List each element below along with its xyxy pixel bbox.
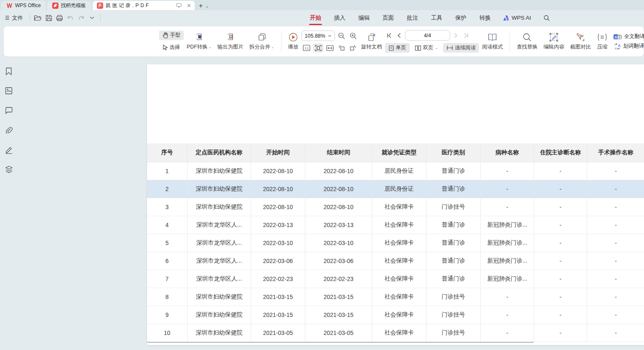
table-row: 5深圳市龙华区人...2022-03-102022-03-10社会保障卡普通门诊…	[147, 234, 644, 252]
close-tab-icon[interactable]: ✕	[187, 3, 191, 9]
compress-button[interactable]: 压缩	[594, 32, 611, 51]
zoom-out-button[interactable]	[337, 31, 347, 40]
next-page-button	[452, 31, 460, 40]
attachment-panel-icon[interactable]	[4, 125, 14, 135]
table-cell: 普通门诊	[426, 270, 481, 288]
menu-insert[interactable]: 插入	[333, 10, 346, 26]
new-tab-button[interactable]: +	[199, 2, 203, 9]
menu-page[interactable]: 页面	[382, 10, 395, 26]
svg-text:W: W	[198, 36, 201, 38]
quick-access-chevron-icon[interactable]	[87, 13, 98, 23]
table-cell: 深圳市妇幼保健院	[188, 180, 251, 198]
table-cell: 深圳市妇幼保健院	[188, 162, 251, 180]
table-cell: -	[481, 198, 534, 216]
tab-document-active[interactable]: P 就医记录.PDF ✕	[93, 1, 195, 10]
menu-tools[interactable]: 工具	[430, 10, 443, 26]
actual-size-button[interactable]: 1:1	[302, 43, 312, 52]
print-button[interactable]	[54, 13, 65, 23]
table-cell: 深圳市妇幼保健院	[188, 306, 251, 324]
table-cell: 社会保障卡	[372, 216, 426, 234]
chevron-down-icon	[328, 35, 332, 37]
table-cell: 门诊挂号	[426, 306, 481, 324]
table-header-row: 序号定点医药机构名称开始时间结束时间就诊凭证类型医疗类别病种名称住院主诊断名称手…	[147, 143, 644, 162]
table-cell: 社会保障卡	[372, 198, 426, 216]
table-cell: 居民身份证	[372, 162, 426, 180]
chevron-down-icon: ⌄	[271, 46, 274, 49]
document-title: 就医记录.PDF	[106, 2, 174, 9]
find-replace-label: 查找替换	[517, 43, 538, 51]
fit-page-button[interactable]	[313, 43, 323, 52]
menu-comment[interactable]: 批注	[406, 10, 419, 26]
table-cell: 普通门诊	[426, 216, 481, 234]
edit-content-button[interactable]: 编辑内容	[540, 32, 567, 51]
table-cell: 普通门诊	[426, 252, 481, 270]
full-text-translate-button[interactable]: A 字 全文翻译	[613, 33, 644, 40]
fit-width-button[interactable]	[325, 43, 335, 52]
full-translate-icon: A 字	[613, 34, 622, 40]
continuous-reading-button[interactable]: 连续阅读	[443, 43, 479, 53]
table-cell: -	[587, 288, 644, 306]
tab-docer[interactable]: 找稻壳模板	[47, 1, 91, 10]
wps-ai-button[interactable]: WPS AI	[503, 15, 531, 21]
table-cell: -	[587, 216, 644, 234]
select-tool-button[interactable]: 选择	[159, 43, 183, 52]
navigation-sidebar	[0, 57, 18, 350]
first-page-button[interactable]	[385, 31, 393, 40]
save-button[interactable]	[43, 13, 54, 23]
svg-text:A: A	[618, 43, 621, 48]
table-cell: 社会保障卡	[372, 252, 426, 270]
double-page-mode-button[interactable]: 双页 ⌄	[411, 43, 442, 53]
bookmark-panel-icon[interactable]	[4, 66, 14, 76]
table-cell: 2022-02-23	[305, 270, 372, 288]
word-translate-button[interactable]: x A 划词翻译 ⌄	[613, 43, 644, 50]
read-mode-button[interactable]: 阅读模式	[479, 32, 506, 51]
menu-protect[interactable]: 保护	[454, 10, 467, 26]
table-cell: -	[534, 198, 587, 216]
previous-page-button[interactable]	[395, 31, 403, 40]
present-screen-icon[interactable]	[176, 3, 182, 8]
single-page-mode-button[interactable]: 单页	[385, 43, 410, 53]
menu-search-icon[interactable]	[543, 15, 550, 21]
tab-list-chevron-icon[interactable]: ⌄	[205, 4, 209, 8]
divider	[510, 31, 510, 52]
export-image-button[interactable]: 输出为图片	[215, 32, 247, 51]
rotate-right-button[interactable]	[348, 43, 358, 52]
file-menu-button[interactable]: ☰ 文件	[0, 14, 27, 22]
signature-panel-icon[interactable]	[4, 145, 14, 155]
export-image-label: 输出为图片	[218, 43, 244, 51]
zoom-level-select[interactable]: 105.88%	[302, 31, 335, 41]
comment-panel-icon[interactable]	[4, 105, 14, 115]
menu-edit[interactable]: 编辑	[357, 10, 370, 26]
hand-tool-label: 手型	[170, 32, 180, 39]
hand-tool-button[interactable]: 手型	[159, 31, 184, 40]
split-merge-button[interactable]: 拆分合并⌄	[246, 32, 277, 51]
table-cell: 新冠肺炎门诊...	[481, 234, 534, 252]
zoom-in-button[interactable]	[348, 31, 358, 40]
open-file-button[interactable]	[33, 13, 43, 23]
menu-convert[interactable]: 转换	[479, 10, 492, 26]
table-cell: 2022-03-13	[305, 216, 372, 234]
page-indicator-input[interactable]: 4/4	[405, 30, 450, 41]
menu-home[interactable]: 开始	[309, 10, 322, 26]
rotate-left-button[interactable]	[337, 43, 347, 52]
table-cell: 深圳市妇幼保健院	[188, 288, 251, 306]
table-cell: 新冠肺炎门诊...	[481, 252, 534, 270]
pdf-convert-button[interactable]: W PDF转换⌄	[184, 32, 215, 51]
table-cell: 门诊挂号	[426, 198, 481, 216]
thumbnail-panel-icon[interactable]	[4, 86, 14, 96]
layers-panel-icon[interactable]	[4, 164, 14, 174]
find-replace-button[interactable]: 查找替换	[514, 32, 540, 51]
wps-ai-icon	[503, 15, 510, 21]
compress-icon	[597, 32, 608, 42]
table-row: 9深圳市妇幼保健院2021-03-152021-03-15社会保障卡门诊挂号--…	[147, 306, 644, 324]
tab-wps-office[interactable]: WPS Office	[1, 1, 46, 10]
table-cell: -	[481, 162, 534, 180]
play-button[interactable]: 播放	[285, 32, 302, 51]
table-cell: 5	[147, 234, 188, 252]
rotate-document-button[interactable]: 旋转文档	[358, 32, 385, 51]
table-cell: 9	[147, 306, 188, 324]
single-page-icon	[388, 45, 394, 51]
full-translate-label: 全文翻译	[624, 33, 644, 40]
screenshot-compare-button[interactable]: 截图对比	[567, 32, 594, 51]
table-cell: 10	[147, 324, 188, 342]
